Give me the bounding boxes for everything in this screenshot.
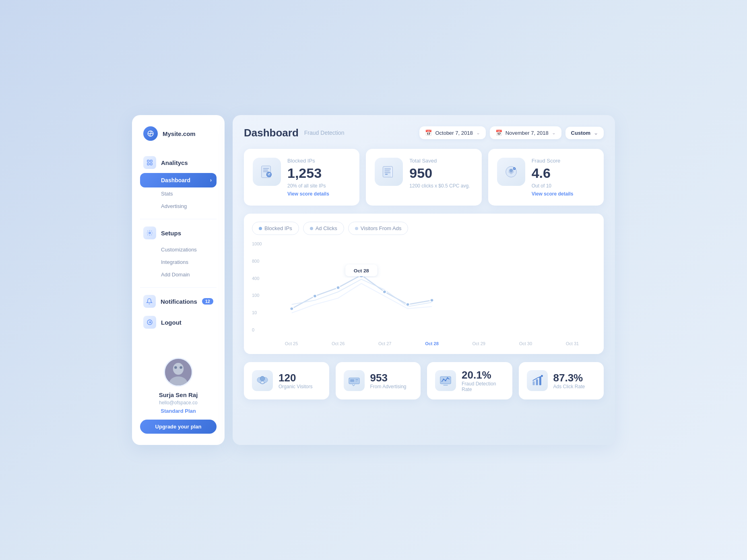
- logout-icon: [143, 316, 156, 329]
- advertising-label: From Advertising: [370, 384, 407, 389]
- main-content: Dashboard Fraud Detection 📅 October 7, 2…: [233, 115, 615, 445]
- site-name: Mysite.com: [163, 130, 196, 137]
- sidebar-item-dashboard[interactable]: Dashboard ›: [140, 173, 217, 187]
- fraud-rate-icon: [435, 370, 456, 391]
- plan-label: Standard Plan: [140, 408, 217, 414]
- stat-card-total-saved: Total Saved 950 1200 clicks x $0.5 CPC a…: [366, 149, 481, 206]
- bottom-card-fraud-rate: 20.1% Fraud Detection Rate: [427, 362, 512, 399]
- advertising-value: 953: [370, 372, 407, 384]
- sidebar-item-stats[interactable]: Stats: [140, 187, 217, 200]
- sidebar-item-add-domain[interactable]: Add Domain: [140, 268, 217, 281]
- stat-info-fraud: Fraud Score 4.6 Out of 10 View score det…: [532, 158, 595, 197]
- sidebar-item-advertising[interactable]: Advertising: [140, 200, 217, 212]
- svg-point-9: [173, 363, 184, 375]
- filter-dot-ad-clicks: [310, 227, 313, 230]
- app-container: Mysite.com Analitycs Dashboard ›: [132, 115, 615, 445]
- bar-container: [268, 241, 596, 334]
- x-label-oct31: Oct 31: [566, 341, 579, 346]
- sidebar-item-notifications[interactable]: Notifications 12: [140, 291, 217, 312]
- date-from-picker[interactable]: 📅 October 7, 2018 ⌄: [419, 126, 485, 139]
- svg-rect-14: [263, 168, 269, 169]
- advertising-info: 953 From Advertising: [370, 372, 407, 389]
- fraud-score-icon-wrap: [497, 158, 525, 186]
- analytics-section: Analitycs Dashboard › Stats Advertising: [140, 152, 217, 212]
- organic-label: Organic Visitors: [279, 384, 312, 389]
- fraud-score-link[interactable]: View score details: [532, 191, 595, 197]
- svg-rect-50: [536, 379, 538, 385]
- svg-point-5: [149, 232, 151, 234]
- svg-point-46: [445, 380, 446, 381]
- chevron-right-icon: ›: [210, 177, 212, 183]
- x-label-oct29: Oct 29: [473, 341, 485, 346]
- svg-rect-21: [385, 169, 391, 169]
- chevron-down-icon: ⌄: [476, 130, 480, 136]
- chart-main-area: Oct 28: [268, 241, 596, 334]
- stat-card-fraud-score: Fraud Score 4.6 Out of 10 View score det…: [488, 149, 604, 206]
- fraud-score-sub: Out of 10: [532, 183, 595, 189]
- organic-info: 120 Organic Visitors: [279, 372, 312, 389]
- blocked-ips-link[interactable]: View score details: [287, 191, 351, 197]
- svg-point-52: [541, 375, 543, 377]
- fraud-rate-value: 20.1%: [462, 369, 504, 381]
- logo-icon: [143, 126, 158, 141]
- bottom-stats: 120 Organic Visitors 953 From Ad: [244, 362, 604, 399]
- chart-y-labels: 1000 800 400 100 10 0: [252, 241, 262, 334]
- ads-click-rate-label: Ads Click Rate: [553, 384, 585, 389]
- x-label-oct30: Oct 30: [519, 341, 532, 346]
- sidebar-item-customizations[interactable]: Customizations: [140, 243, 217, 256]
- organic-value: 120: [279, 372, 312, 384]
- logout-label: Logout: [161, 319, 182, 326]
- filter-blocked-ips[interactable]: Blocked IPs: [252, 222, 299, 235]
- y-label-100: 100: [252, 293, 262, 298]
- svg-rect-4: [150, 163, 152, 165]
- svg-rect-51: [539, 377, 541, 385]
- setups-label: Setups: [161, 230, 181, 237]
- divider-2: [140, 287, 217, 288]
- svg-rect-42: [355, 379, 358, 380]
- svg-rect-49: [532, 381, 534, 385]
- svg-rect-22: [385, 171, 390, 171]
- advertising-icon: [344, 370, 365, 391]
- bottom-card-advertising: 953 From Advertising: [336, 362, 421, 399]
- filter-ad-clicks[interactable]: Ad Clicks: [303, 222, 344, 235]
- organic-icon: [252, 370, 273, 391]
- svg-rect-2: [150, 160, 152, 162]
- total-saved-value: 950: [409, 166, 473, 180]
- sidebar-item-integrations[interactable]: Integrations: [140, 256, 217, 268]
- range-select[interactable]: Custom ⌄: [565, 127, 604, 139]
- divider: [140, 219, 217, 219]
- y-label-10: 10: [252, 310, 262, 315]
- bottom-card-ads-click-rate: 87.3% Ads Click Rate: [519, 362, 604, 399]
- svg-rect-41: [350, 379, 354, 382]
- x-label-oct25: Oct 25: [285, 341, 298, 346]
- setups-header: Setups: [140, 222, 217, 243]
- chart-filters: Blocked IPs Ad Clicks Visitors From Ads: [252, 222, 596, 235]
- svg-rect-24: [385, 174, 388, 175]
- dashboard-label: Dashboard: [161, 177, 190, 183]
- notifications-label: Notifications: [161, 298, 197, 305]
- svg-rect-23: [385, 172, 391, 173]
- date-from: October 7, 2018: [435, 130, 473, 136]
- svg-point-12: [180, 366, 182, 369]
- x-label-oct26: Oct 26: [332, 341, 345, 346]
- sidebar-item-logout[interactable]: Logout: [140, 312, 217, 333]
- sidebar-logo[interactable]: Mysite.com: [140, 126, 217, 141]
- user-name: Surja Sen Raj: [140, 391, 217, 398]
- date-to: November 7, 2018: [506, 130, 549, 136]
- user-email: hello@ofspace.co: [140, 400, 217, 406]
- filter-visitors-from-ads[interactable]: Visitors From Ads: [348, 222, 409, 235]
- page-title: Dashboard: [244, 127, 299, 139]
- upgrade-button[interactable]: Upgrade your plan: [140, 420, 217, 434]
- svg-point-11: [174, 366, 177, 369]
- chevron-down-icon-3: ⌄: [594, 130, 598, 136]
- fraud-rate-info: 20.1% Fraud Detection Rate: [462, 369, 504, 392]
- calendar-icon-2: 📅: [495, 130, 502, 136]
- avatar: [164, 358, 193, 387]
- stat-card-blocked-ips: Blocked IPs 1,253 20% of all site IPs Vi…: [244, 149, 359, 206]
- notifications-icon: [143, 295, 156, 308]
- date-to-picker[interactable]: 📅 November 7, 2018 ⌄: [490, 126, 561, 139]
- filter-dot-blocked: [259, 227, 262, 230]
- svg-rect-15: [263, 170, 268, 171]
- blocked-ips-sub: 20% of all site IPs: [287, 183, 351, 189]
- svg-rect-1: [147, 160, 149, 162]
